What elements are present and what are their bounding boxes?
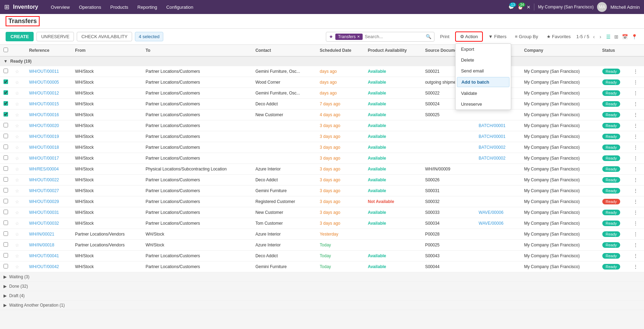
action-add-to-batch[interactable]: Add to batch bbox=[457, 77, 509, 87]
reference-link[interactable]: WH/OUT/00022 bbox=[29, 177, 59, 182]
table-row[interactable]: ☆ WH/OUT/00011 WH/Stock Partner Location… bbox=[0, 66, 644, 77]
table-row[interactable]: ☆ WH/OUT/00018 WH/Stock Partner Location… bbox=[0, 142, 644, 153]
row-menu[interactable]: ⋮ bbox=[630, 66, 644, 77]
batch-link[interactable]: WAVE/00006 bbox=[479, 221, 503, 226]
table-row[interactable]: ☆ WH/OUT/00022 WH/Stock Partner Location… bbox=[0, 175, 644, 186]
row-reference[interactable]: WH/OUT/00041 bbox=[26, 251, 71, 261]
group-header-waiting-another-operation[interactable]: ▶ Waiting Another Operation (1) bbox=[0, 301, 644, 310]
row-reference[interactable]: WH/IN/00021 bbox=[26, 229, 71, 240]
row-reference[interactable]: WH/OUT/00005 bbox=[26, 77, 71, 88]
reference-link[interactable]: WH/OUT/00031 bbox=[29, 210, 59, 215]
action-button[interactable]: ⚙ Action bbox=[455, 31, 483, 42]
star-icon[interactable]: ☆ bbox=[15, 199, 19, 204]
row-reference[interactable]: WH/OUT/00020 bbox=[26, 120, 71, 131]
row-menu[interactable]: ⋮ bbox=[630, 99, 644, 110]
row-reference[interactable]: WH/OUT/00032 bbox=[26, 218, 71, 229]
row-checkbox[interactable] bbox=[4, 123, 8, 127]
row-menu[interactable]: ⋮ bbox=[630, 207, 644, 218]
table-row[interactable]: ☆ WH/OUT/00020 WH/Stock Partner Location… bbox=[0, 120, 644, 131]
action-export[interactable]: Export bbox=[455, 44, 511, 55]
row-checkbox[interactable] bbox=[4, 210, 8, 214]
selected-count-button[interactable]: 4 selected bbox=[135, 32, 163, 41]
star-icon[interactable]: ☆ bbox=[15, 221, 19, 226]
row-menu[interactable]: ⋮ bbox=[630, 251, 644, 261]
reference-link[interactable]: WH/OUT/00018 bbox=[29, 145, 59, 150]
nav-reporting[interactable]: Reporting bbox=[133, 2, 161, 12]
row-checkbox[interactable] bbox=[4, 134, 8, 138]
action-delete[interactable]: Delete bbox=[455, 55, 511, 65]
row-menu[interactable]: ⋮ bbox=[630, 120, 644, 131]
reference-link[interactable]: WH/OUT/00019 bbox=[29, 134, 59, 139]
col-scheduled-date[interactable]: Scheduled Date bbox=[316, 45, 364, 56]
next-page-button[interactable]: › bbox=[598, 33, 602, 41]
table-row[interactable]: ☆ WH/OUT/00041 WH/Stock Partner Location… bbox=[0, 251, 644, 261]
row-menu[interactable]: ⋮ bbox=[630, 88, 644, 99]
table-row[interactable]: ☆ WH/RES/00004 WH/Stock Physical Locatio… bbox=[0, 164, 644, 175]
reference-link[interactable]: WH/OUT/00042 bbox=[29, 264, 59, 269]
row-menu[interactable]: ⋮ bbox=[630, 240, 644, 251]
unreserve-button[interactable]: UNRESERVE bbox=[36, 32, 74, 41]
row-checkbox[interactable] bbox=[4, 90, 8, 95]
row-checkbox[interactable] bbox=[4, 101, 8, 106]
row-menu[interactable]: ⋮ bbox=[630, 261, 644, 272]
row-reference[interactable]: WH/OUT/00012 bbox=[26, 88, 71, 99]
row-reference[interactable]: WH/OUT/00018 bbox=[26, 142, 71, 153]
nav-operations[interactable]: Operations bbox=[75, 2, 105, 12]
batch-link[interactable]: BATCH/00002 bbox=[479, 145, 505, 150]
table-row[interactable]: ☆ WH/IN/00018 Partner Locations/Vendors … bbox=[0, 240, 644, 251]
group-header-done[interactable]: ▶ Done (32) bbox=[0, 282, 644, 291]
star-icon[interactable]: ☆ bbox=[15, 232, 19, 237]
table-row[interactable]: ☆ WH/OUT/00019 WH/Stock Partner Location… bbox=[0, 131, 644, 142]
reference-link[interactable]: WH/OUT/00041 bbox=[29, 253, 59, 258]
reference-link[interactable]: WH/OUT/00016 bbox=[29, 112, 59, 117]
table-row[interactable]: ☆ WH/OUT/00017 WH/Stock Partner Location… bbox=[0, 153, 644, 164]
star-icon[interactable]: ☆ bbox=[15, 91, 19, 96]
nav-products[interactable]: Products bbox=[106, 2, 132, 12]
row-checkbox[interactable] bbox=[4, 145, 8, 149]
star-icon[interactable]: ☆ bbox=[15, 145, 19, 150]
row-menu[interactable]: ⋮ bbox=[630, 218, 644, 229]
row-checkbox[interactable] bbox=[4, 188, 8, 192]
nav-configuration[interactable]: Configuration bbox=[162, 2, 197, 12]
row-checkbox[interactable] bbox=[4, 264, 8, 268]
row-reference[interactable]: WH/OUT/00029 bbox=[26, 196, 71, 207]
row-reference[interactable]: WH/RES/00004 bbox=[26, 164, 71, 175]
list-view-icon[interactable]: ☰ bbox=[605, 33, 612, 41]
table-row[interactable]: ☆ WH/OUT/00027 WH/Stock Partner Location… bbox=[0, 186, 644, 196]
batch-link[interactable]: BATCH/00001 bbox=[479, 123, 505, 128]
prev-page-button[interactable]: ‹ bbox=[592, 33, 596, 41]
col-product-availability[interactable]: Product Availability bbox=[364, 45, 422, 56]
kanban-view-icon[interactable]: ⊞ bbox=[613, 33, 619, 41]
col-contact[interactable]: Contact bbox=[252, 45, 316, 56]
star-icon[interactable]: ☆ bbox=[15, 112, 19, 118]
row-checkbox[interactable] bbox=[4, 69, 8, 73]
select-all-checkbox[interactable] bbox=[4, 48, 8, 52]
row-menu[interactable]: ⋮ bbox=[630, 110, 644, 120]
star-icon[interactable]: ☆ bbox=[15, 123, 19, 128]
star-icon[interactable]: ☆ bbox=[15, 134, 19, 139]
reference-link[interactable]: WH/IN/00021 bbox=[29, 232, 54, 237]
reference-link[interactable]: WH/RES/00004 bbox=[29, 167, 59, 172]
table-row[interactable]: ☆ WH/OUT/00042 WH/Stock Partner Location… bbox=[0, 261, 644, 272]
star-icon[interactable]: ☆ bbox=[15, 243, 19, 248]
activity-icon[interactable]: ⏰34 bbox=[518, 5, 523, 10]
group-header-draft[interactable]: ▶ Draft (4) bbox=[0, 291, 644, 301]
table-row[interactable]: ☆ WH/OUT/00012 WH/Stock Partner Location… bbox=[0, 88, 644, 99]
row-checkbox[interactable] bbox=[4, 242, 8, 247]
calendar-view-icon[interactable]: 📅 bbox=[621, 33, 629, 41]
search-tag-transfers[interactable]: Transfers ✕ bbox=[335, 34, 363, 40]
star-icon[interactable]: ☆ bbox=[15, 156, 19, 161]
table-row[interactable]: ☆ WH/OUT/00031 WH/Stock Partner Location… bbox=[0, 207, 644, 218]
group-header-ready[interactable]: ▼ Ready (19) bbox=[0, 56, 644, 66]
reference-link[interactable]: WH/OUT/00032 bbox=[29, 221, 59, 226]
reference-link[interactable]: WH/OUT/00012 bbox=[29, 91, 59, 96]
star-icon[interactable]: ☆ bbox=[15, 102, 19, 107]
group-by-button[interactable]: ≡ Group By bbox=[512, 32, 541, 41]
row-checkbox[interactable] bbox=[4, 231, 8, 236]
map-view-icon[interactable]: 📍 bbox=[630, 33, 638, 41]
reference-link[interactable]: WH/OUT/00027 bbox=[29, 188, 59, 193]
table-row[interactable]: ☆ WH/OUT/00016 WH/Stock Partner Location… bbox=[0, 110, 644, 120]
star-icon[interactable]: ☆ bbox=[15, 210, 19, 215]
action-validate[interactable]: Validate bbox=[455, 88, 511, 99]
avatar[interactable]: MA bbox=[597, 2, 607, 12]
